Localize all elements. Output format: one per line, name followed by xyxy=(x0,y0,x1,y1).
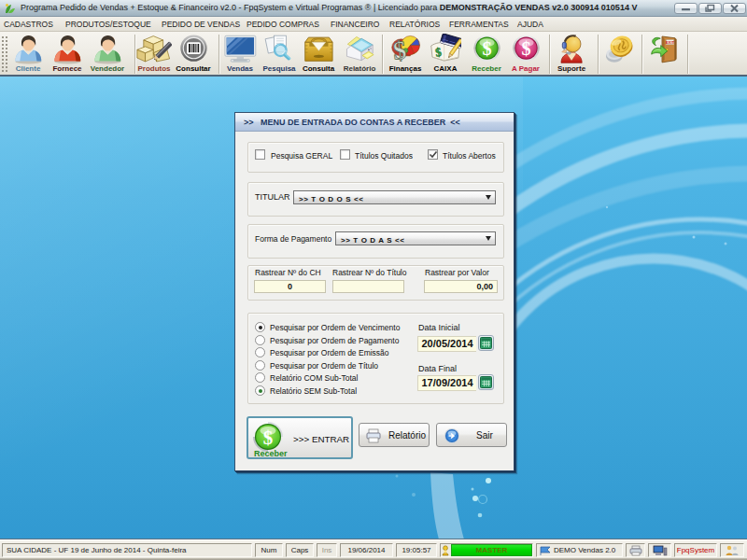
svg-text:$: $ xyxy=(263,427,274,449)
svg-text:EXIT: EXIT xyxy=(665,40,674,45)
svg-text:$: $ xyxy=(521,38,530,59)
svg-text:$: $ xyxy=(482,38,491,59)
